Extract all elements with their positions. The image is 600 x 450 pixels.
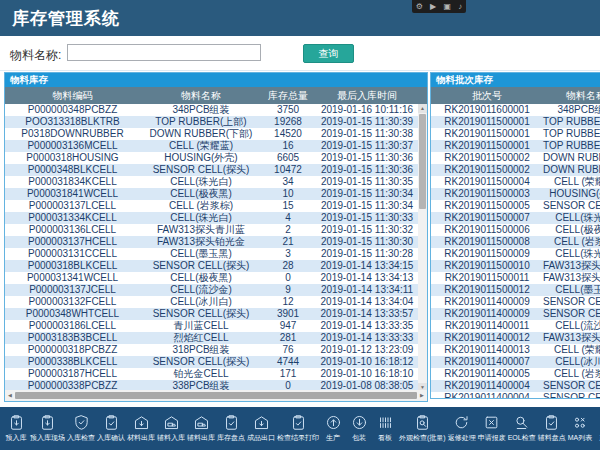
toolbar-item[interactable]: EOL检查 bbox=[508, 414, 536, 443]
material-name-cell: 348PCB组装 bbox=[140, 104, 262, 116]
gear-icon[interactable]: ⚙ bbox=[416, 3, 423, 11]
clipboard-check-icon bbox=[103, 414, 120, 431]
last-inbound-time-cell: 2019-01-15 11:30:37 bbox=[314, 140, 420, 152]
table-row[interactable]: RK2019011500003 HOUSING(外壳) bbox=[431, 188, 600, 200]
scroll-left-icon[interactable]: ◀ bbox=[5, 390, 15, 401]
toolbar-item[interactable]: 产品 bbox=[594, 414, 600, 443]
overlay-toolbar: ⚙ ▶ ▣ ♪ bbox=[412, 0, 466, 13]
table-row[interactable]: P0003183B3BCELL 烈焰红CELL 281 2019-01-14 1… bbox=[5, 332, 427, 344]
table-row[interactable]: P0318DOWNRUBBER DOWN RUBBER(下部) 14520 20… bbox=[5, 128, 427, 140]
table-row[interactable]: P000031841WCELL CELL(极夜黑) 10 2019-01-15 … bbox=[5, 188, 427, 200]
horizontal-scrollbar-thumb[interactable] bbox=[15, 392, 417, 399]
table-row[interactable]: RK2019011500001 TOP RUBBER(上部) bbox=[431, 128, 600, 140]
material-name-input[interactable] bbox=[67, 44, 261, 61]
table-row[interactable]: RK2019011400004 SENSOR CELL(探头) bbox=[431, 392, 600, 399]
table-row[interactable]: RK2019011400009 SENSOR CELL(探头) bbox=[431, 308, 600, 320]
toolbar-item[interactable]: 辅料出库 bbox=[187, 414, 215, 443]
table-row[interactable]: P0000318HOUSING HOUSING(外壳) 6605 2019-01… bbox=[5, 152, 427, 164]
table-row[interactable]: RK2019011400012 FAW313探头铂光金 bbox=[431, 332, 600, 344]
table-row[interactable]: RK2019011400011 CELL(流沙金) bbox=[431, 320, 600, 332]
table-row[interactable]: RK2019011500005 SENSOR CELL(探头) bbox=[431, 200, 600, 212]
table-row[interactable]: RK2019011500006 CELL(极夜黑) bbox=[431, 224, 600, 236]
table-row[interactable]: P000003136LCELL FAW313探头青川蓝 2 2019-01-15… bbox=[5, 224, 427, 236]
scroll-up-icon[interactable]: ▲ bbox=[418, 104, 427, 113]
stock-total-cell: 15 bbox=[262, 200, 314, 212]
table-row[interactable]: RK2019011500004 CELL (荣耀蓝) bbox=[431, 176, 600, 188]
material-name-cell: CELL(珠光白) bbox=[140, 212, 262, 224]
table-row[interactable]: RK2019011500002 DOWN RUBBER(下部) bbox=[431, 152, 600, 164]
table-row[interactable]: RK2019011600001 348PCB组装 bbox=[431, 104, 600, 116]
toolbar-item[interactable]: 外观检查(批量) bbox=[399, 414, 446, 443]
toolbar-item[interactable]: 成品出口 bbox=[247, 414, 275, 443]
horizontal-scrollbar[interactable]: ◀ ▶ bbox=[5, 390, 427, 401]
query-button[interactable]: 查询 bbox=[303, 44, 354, 63]
material-code-cell: P000003131CCELL bbox=[5, 248, 140, 260]
table-row[interactable]: P000003137LCELL CELL (岩浆棕) 15 2019-01-15… bbox=[5, 200, 427, 212]
table-row[interactable]: P000003186LCELL 青川蓝CELL 947 2019-01-14 1… bbox=[5, 320, 427, 332]
table-row[interactable]: P000031341WCELL CELL(极夜黑) 0 2019-01-14 1… bbox=[5, 272, 427, 284]
table-row[interactable]: P000003131CCELL CELL(墨玉黑) 3 2019-01-15 1… bbox=[5, 248, 427, 260]
toolbar-item[interactable]: 入库检查 bbox=[67, 414, 95, 443]
table-row[interactable]: P000003136MCELL CELL (荣耀蓝) 16 2019-01-15… bbox=[5, 140, 427, 152]
table-row[interactable]: RK2019011400007 CELL(冰川白) bbox=[431, 356, 600, 368]
table-row[interactable]: RK2019011500010 FAW313探头青川蓝 bbox=[431, 260, 600, 272]
vertical-scrollbar-thumb[interactable] bbox=[419, 114, 426, 209]
scroll-right-icon[interactable]: ▶ bbox=[417, 390, 427, 401]
table-row[interactable]: P000003137JCELL CELL(流沙金) 9 2019-01-14 1… bbox=[5, 284, 427, 296]
toolbar-item[interactable]: 入库确认 bbox=[97, 414, 125, 443]
material-name-cell: 青川蓝CELL bbox=[140, 320, 262, 332]
table-row[interactable]: P0000348WHTCELL SENSOR CELL(探头) 3901 201… bbox=[5, 308, 427, 320]
table-row[interactable]: RK2019011500012 CELL(墨玉黑) bbox=[431, 284, 600, 296]
toolbar-item[interactable]: 预入库 bbox=[4, 414, 28, 443]
toolbar-item[interactable]: 包装 bbox=[347, 414, 371, 443]
stock-total-cell: 21 bbox=[262, 236, 314, 248]
speaker-icon[interactable]: ♪ bbox=[458, 3, 462, 11]
toolbar-item[interactable]: 材料出库 bbox=[127, 414, 155, 443]
toolbar-item-label: 成品出口 bbox=[247, 433, 275, 443]
table-row[interactable]: RK2019011500002 DOWN RUBBER(下部) bbox=[431, 164, 600, 176]
table-row[interactable]: P000003132FCELL CELL(冰川白) 12 2019-01-14 … bbox=[5, 296, 427, 308]
table-row[interactable]: P0000318BLKCELL SENSOR CELL(探头) 28 2019-… bbox=[5, 260, 427, 272]
table-row[interactable]: RK2019011500001 TOP RUBBER(上部) bbox=[431, 116, 600, 128]
material-name-cell: CELL(极夜黑) bbox=[543, 224, 600, 236]
toolbar-item[interactable]: 申请报废 bbox=[478, 414, 506, 443]
table-row[interactable]: RK2019011400009 SENSOR CELL(探头) bbox=[431, 296, 600, 308]
play-icon[interactable]: ▶ bbox=[430, 3, 436, 11]
toolbar-item[interactable]: 检查结果打印 bbox=[277, 414, 319, 443]
table-row[interactable]: RK2019011500001 TOP RUBBER(上部) bbox=[431, 140, 600, 152]
table-row[interactable]: P000031334KCELL CELL(珠光白) 4 2019-01-15 1… bbox=[5, 212, 427, 224]
table-row[interactable]: P000003137HCELL FAW313探头铂光金 21 2019-01-1… bbox=[5, 236, 427, 248]
toolbar-item[interactable]: 看板 bbox=[373, 414, 397, 443]
material-name-cell: FAW313探头铂光金 bbox=[543, 272, 600, 284]
toolbar-item[interactable]: MA列表 bbox=[568, 414, 593, 443]
toolbar-item[interactable]: 辅料盘点 bbox=[538, 414, 566, 443]
table-row[interactable]: RK2019011500009 CELL(珠光白) bbox=[431, 248, 600, 260]
table-row[interactable]: RK2019011500007 CELL(珠光白) bbox=[431, 212, 600, 224]
material-name-cell: CELL (荣耀蓝) bbox=[140, 140, 262, 152]
table-row[interactable]: POO313318BLKTRB TOP RUBBER(上部) 19268 201… bbox=[5, 116, 427, 128]
table-row[interactable]: P000003187HCELL 铂光金CELL 171 2019-01-10 1… bbox=[5, 368, 427, 380]
table-row[interactable]: P000000318PCBZZ 318PCB组装 76 2019-01-12 1… bbox=[5, 344, 427, 356]
toolbar-item[interactable]: 生产 bbox=[321, 414, 345, 443]
table-row[interactable]: P000000348PCBZZ 348PCB组装 3750 2019-01-16… bbox=[5, 104, 427, 116]
last-inbound-time-cell: 2019-01-14 13:34:04 bbox=[314, 296, 420, 308]
toolbar-item[interactable]: 库存盘点 bbox=[217, 414, 245, 443]
toolbar-item[interactable]: 辅料入库 bbox=[157, 414, 185, 443]
toolbar-item-label: 检查结果打印 bbox=[277, 433, 319, 443]
table-row[interactable]: P000031834KCELL CELL(珠光白) 34 2019-01-15 … bbox=[5, 176, 427, 188]
toolbar-item[interactable]: 返修处理 bbox=[448, 414, 476, 443]
material-name-cell: FAW313探头铂光金 bbox=[543, 332, 600, 344]
table-row[interactable]: RK2019011400005 CELL (岩浆棕) bbox=[431, 368, 600, 380]
table-row[interactable]: RK2019011400004 SENSOR CELL(探头) bbox=[431, 380, 600, 392]
toolbar-item[interactable]: 预入库现场 bbox=[30, 414, 65, 443]
material-name-cell: CELL (岩浆棕) bbox=[543, 368, 600, 380]
stock-total-cell: 6605 bbox=[262, 152, 314, 164]
table-row[interactable]: RK2019011500008 CELL (岩浆棕) bbox=[431, 236, 600, 248]
toolbar-item-label: EOL检查 bbox=[508, 433, 536, 443]
table-row[interactable]: RK2019011400013 CELL (荣耀蓝) bbox=[431, 344, 600, 356]
table-row[interactable]: P0000348BLKCELL SENSOR CELL(探头) 10472 20… bbox=[5, 164, 427, 176]
table-row[interactable]: P0000338BLKCELL SENSOR CELL(探头) 4744 201… bbox=[5, 356, 427, 368]
screenshot-icon[interactable]: ▣ bbox=[443, 3, 451, 11]
table-row[interactable]: RK2019011500011 FAW313探头铂光金 bbox=[431, 272, 600, 284]
vertical-scrollbar[interactable]: ▲ ▼ bbox=[418, 104, 427, 392]
